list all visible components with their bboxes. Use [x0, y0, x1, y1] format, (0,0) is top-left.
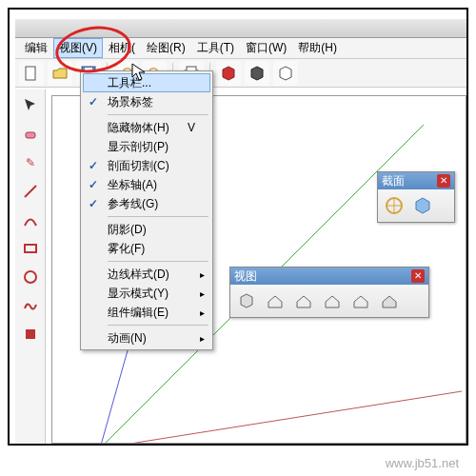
- iso-view-icon[interactable]: [233, 288, 260, 314]
- section-toolbar[interactable]: 截面 ✕: [377, 171, 455, 223]
- close-icon[interactable]: ✕: [437, 174, 450, 188]
- svg-line-10: [100, 391, 462, 443]
- menu-item-face-style[interactable]: 显示模式(Y)▸: [83, 284, 210, 303]
- svg-rect-0: [26, 67, 35, 80]
- menu-draw[interactable]: 绘图(R): [141, 38, 191, 58]
- svg-line-6: [25, 186, 36, 197]
- circle-tool-icon[interactable]: [18, 265, 43, 289]
- select-tool-icon[interactable]: [18, 93, 43, 118]
- menu-help[interactable]: 帮助(H): [292, 38, 343, 58]
- extension-icon[interactable]: [273, 61, 298, 86]
- check-icon: ✓: [89, 159, 98, 172]
- top-view-icon[interactable]: [262, 288, 288, 314]
- view-menu-dropdown: 工具栏... ✓场景标签 隐藏物体(H)V 显示剖切(P) ✓剖面切割(C) ✓…: [80, 70, 213, 350]
- close-icon[interactable]: ✕: [411, 269, 425, 283]
- rect-tool-icon[interactable]: [18, 236, 43, 261]
- front-view-icon[interactable]: [290, 288, 317, 314]
- menu-item-component-edit[interactable]: 组件编辑(E)▸: [83, 303, 210, 322]
- menu-item-toolbars[interactable]: 工具栏...: [83, 73, 210, 92]
- menu-item-section-planes[interactable]: 显示剖切(P): [83, 137, 210, 156]
- menu-window[interactable]: 窗口(W): [240, 38, 292, 58]
- submenu-arrow-icon: ▸: [200, 307, 205, 318]
- menu-view[interactable]: 视图(V): [53, 38, 103, 58]
- line-tool-icon[interactable]: [18, 179, 43, 204]
- section-plane-icon[interactable]: [381, 192, 407, 219]
- model-info-icon[interactable]: [216, 61, 241, 86]
- menu-separator: [108, 114, 208, 115]
- check-icon: ✓: [89, 178, 98, 191]
- menu-separator: [108, 261, 208, 262]
- menu-tools[interactable]: 工具(T): [191, 38, 240, 58]
- warehouse-icon[interactable]: [245, 61, 269, 86]
- submenu-arrow-icon: ▸: [200, 269, 205, 280]
- views-toolbar-title[interactable]: 视图 ✕: [230, 268, 428, 285]
- submenu-arrow-icon: ▸: [200, 288, 205, 299]
- window-title-bar: [15, 19, 466, 38]
- left-view-icon[interactable]: [376, 288, 403, 314]
- menu-edit[interactable]: 编辑: [19, 38, 53, 58]
- eraser-tool-icon[interactable]: [18, 122, 43, 147]
- menu-item-animation[interactable]: 动画(N)▸: [83, 328, 210, 347]
- menu-item-guides[interactable]: ✓参考线(G): [83, 194, 210, 213]
- pencil-tool-icon[interactable]: ✎: [18, 150, 43, 175]
- svg-point-8: [25, 271, 36, 283]
- views-toolbar[interactable]: 视图 ✕: [229, 267, 429, 318]
- menu-separator: [108, 325, 208, 326]
- views-toolbar-label: 视图: [234, 268, 257, 285]
- menu-item-edge-style[interactable]: 边线样式(D)▸: [83, 265, 210, 284]
- arc-tool-icon[interactable]: [18, 208, 43, 232]
- right-view-icon[interactable]: [319, 288, 346, 314]
- menu-item-section-cuts[interactable]: ✓剖面切割(C): [83, 156, 210, 175]
- check-icon: ✓: [89, 197, 98, 210]
- watermark: www.jb51.net: [386, 456, 459, 470]
- new-icon[interactable]: [19, 61, 44, 86]
- section-toolbar-label: 截面: [382, 173, 405, 189]
- menu-item-fog[interactable]: 雾化(F): [83, 239, 210, 258]
- paint-tool-icon[interactable]: [18, 322, 43, 347]
- svg-rect-7: [25, 245, 36, 252]
- menu-item-scene-tabs[interactable]: ✓场景标签: [83, 92, 210, 111]
- left-toolbar: ✎: [15, 89, 46, 444]
- menubar: 编辑 视图(V) 相机( 绘图(R) 工具(T) 窗口(W) 帮助(H): [15, 38, 466, 59]
- section-toolbar-title[interactable]: 截面 ✕: [378, 172, 454, 189]
- open-icon[interactable]: [48, 61, 72, 86]
- back-view-icon[interactable]: [347, 288, 374, 314]
- svg-rect-5: [26, 132, 35, 138]
- check-icon: ✓: [89, 95, 98, 109]
- section-display-icon[interactable]: [409, 192, 436, 219]
- menu-separator: [108, 216, 208, 217]
- menu-item-hidden[interactable]: 隐藏物体(H)V: [83, 118, 210, 137]
- freehand-tool-icon[interactable]: [18, 293, 43, 318]
- menu-camera[interactable]: 相机(: [103, 38, 141, 58]
- submenu-arrow-icon: ▸: [200, 333, 205, 344]
- svg-rect-9: [26, 329, 35, 339]
- menu-item-shadows[interactable]: 阴影(D): [83, 220, 210, 239]
- menu-item-axes[interactable]: ✓坐标轴(A): [83, 175, 210, 194]
